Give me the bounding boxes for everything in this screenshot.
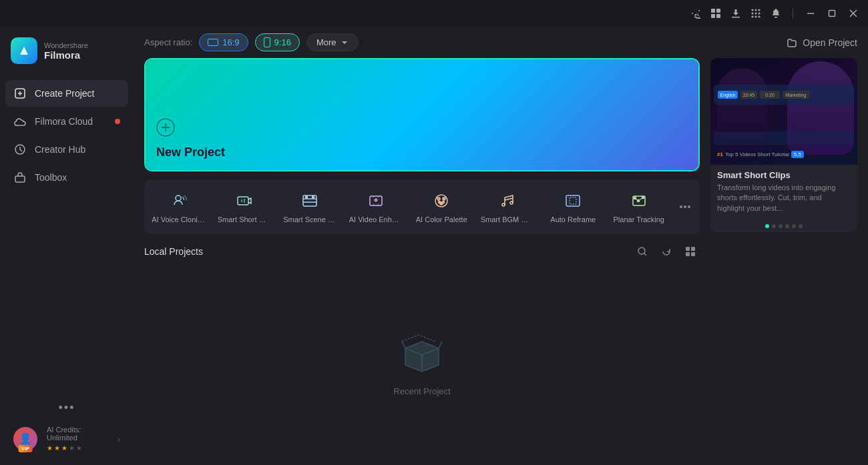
- svg-point-39: [680, 205, 682, 208]
- promo-ui-tag3: 0:20: [760, 91, 780, 99]
- promo-ui-bar: English 20:45 0:20 Marketing: [714, 85, 854, 105]
- svg-point-23: [312, 196, 314, 198]
- main-layout: Wondershare Filmora Create Project Filmo…: [0, 27, 868, 465]
- folder-icon: [787, 37, 797, 48]
- planar-tracking-label: Planar Tracking: [614, 215, 664, 223]
- smart-bgm-gen-label: Smart BGM Ge...: [481, 215, 534, 223]
- local-projects-title: Local Projects: [144, 246, 203, 257]
- empty-state: Recent Project: [144, 266, 700, 454]
- app-name: Filmora: [44, 49, 88, 61]
- sidebar-bottom: ••• 👤 VIP AI Credits: Unlimited ★ ★ ★ ★ …: [0, 388, 134, 465]
- notification-icon[interactable]: [770, 7, 782, 19]
- minimize-button[interactable]: [804, 7, 817, 20]
- sidebar-item-creator-hub[interactable]: Creator Hub: [5, 136, 128, 163]
- 16-9-icon: [208, 39, 218, 46]
- content-area: Aspect ratio: 16:9 9:16 More Open Projec…: [134, 27, 868, 465]
- svg-point-38: [642, 197, 644, 199]
- smart-short-clips-icon: [234, 190, 255, 211]
- promo-dot-2[interactable]: [772, 224, 776, 228]
- svg-point-32: [510, 201, 513, 204]
- aspect-9-16-button[interactable]: 9:16: [255, 33, 300, 51]
- star-4: ★: [69, 444, 75, 452]
- auto-reframe-tool[interactable]: Auto Reframe: [541, 185, 605, 229]
- empty-box-icon: [395, 325, 449, 378]
- new-project-plus-icon: [156, 118, 688, 141]
- logo-text: Wondershare Filmora: [44, 41, 88, 61]
- more-options-button[interactable]: •••: [5, 396, 128, 420]
- promo-dot-5[interactable]: [792, 224, 796, 228]
- promo-dot-1[interactable]: [765, 224, 769, 228]
- smart-scene-cut-icon: [299, 190, 320, 211]
- sidebar-item-toolbox[interactable]: Toolbox: [5, 164, 128, 191]
- new-project-gradient: New Project: [146, 59, 698, 170]
- ai-video-enhance-icon: [365, 190, 387, 211]
- grid-view-button[interactable]: [681, 242, 700, 261]
- right-panel: New English 20:45 0:20 Marketing: [710, 58, 857, 454]
- promo-ui-tag2: 20:45: [740, 91, 757, 99]
- ai-color-palette-tool[interactable]: AI Color Palette: [410, 185, 473, 229]
- promo-rank-display: #1 Top 5 Videos Short Tutorial 5.5: [717, 151, 804, 158]
- create-project-icon: [13, 87, 27, 100]
- top-bar: Aspect ratio: 16:9 9:16 More Open Projec…: [134, 27, 868, 58]
- star-3: ★: [61, 444, 67, 452]
- more-dots: •••: [59, 401, 75, 415]
- ai-credits-label: AI Credits: Unlimited: [47, 426, 112, 442]
- svg-rect-1: [716, 9, 720, 13]
- smart-scene-cut-label: Smart Scene Cut: [283, 215, 337, 223]
- promo-dot-3[interactable]: [779, 224, 783, 228]
- ai-video-enhance-label: AI Video Enhan...: [349, 215, 403, 223]
- close-button[interactable]: [847, 7, 860, 20]
- user-area[interactable]: 👤 VIP AI Credits: Unlimited ★ ★ ★ ★ ★ ›: [5, 420, 128, 457]
- refresh-projects-button[interactable]: [657, 242, 676, 261]
- filmora-cloud-icon: [13, 115, 27, 128]
- svg-point-36: [634, 197, 636, 199]
- ai-tools-more-button[interactable]: [673, 195, 697, 219]
- sidebar-item-filmora-cloud[interactable]: Filmora Cloud: [5, 108, 128, 135]
- svg-rect-43: [686, 247, 690, 251]
- promo-dot-4[interactable]: [785, 224, 789, 228]
- svg-rect-2: [711, 14, 715, 18]
- empty-state-label: Recent Project: [393, 386, 450, 396]
- svg-point-7: [752, 13, 754, 15]
- svg-point-8: [755, 13, 757, 15]
- user-avatar-wrap: 👤 VIP: [13, 427, 37, 451]
- smart-bgm-gen-tool[interactable]: Smart BGM Ge...: [476, 185, 539, 229]
- local-projects-header: Local Projects: [144, 242, 700, 261]
- svg-point-4: [752, 9, 754, 11]
- app-logo: Wondershare Filmora: [0, 27, 134, 75]
- creator-hub-icon: [13, 143, 27, 156]
- svg-point-10: [752, 16, 754, 18]
- svg-rect-46: [691, 252, 695, 256]
- svg-rect-17: [15, 176, 25, 182]
- aspect-16-9-button[interactable]: 16:9: [199, 33, 248, 51]
- grid-icon[interactable]: [710, 7, 722, 19]
- planar-tracking-tool[interactable]: Planar Tracking: [608, 185, 671, 229]
- ai-tools-row: AI Voice Cloning Smart Short Cli... Smar…: [144, 179, 700, 234]
- ai-voice-cloning-icon: [168, 190, 189, 211]
- planar-tracking-icon: [628, 190, 650, 211]
- ai-voice-cloning-tool[interactable]: AI Voice Cloning: [147, 185, 210, 229]
- sidebar-item-create-project[interactable]: Create Project: [5, 80, 128, 107]
- promo-dot-6[interactable]: [799, 224, 803, 228]
- open-project-button[interactable]: Open Project: [787, 37, 857, 48]
- star-1: ★: [47, 444, 53, 452]
- logo-icon: [11, 37, 37, 64]
- ai-video-enhance-tool[interactable]: AI Video Enhan...: [345, 185, 408, 229]
- svg-rect-44: [691, 247, 695, 251]
- new-project-card[interactable]: New Project: [144, 58, 700, 171]
- star-5: ★: [76, 444, 82, 452]
- smart-scene-cut-tool[interactable]: Smart Scene Cut: [278, 185, 342, 229]
- svg-point-30: [443, 201, 445, 203]
- maximize-button[interactable]: [825, 7, 839, 20]
- apps-icon[interactable]: [750, 7, 762, 19]
- share-icon[interactable]: [690, 7, 702, 19]
- local-projects-actions: [633, 242, 700, 261]
- download-icon[interactable]: [730, 7, 742, 19]
- more-aspect-button[interactable]: More: [306, 33, 359, 51]
- 9-16-label: 9:16: [274, 37, 291, 47]
- smart-short-clips-tool[interactable]: Smart Short Cli...: [213, 185, 276, 229]
- promo-title: Smart Short Clips: [710, 165, 857, 183]
- search-projects-button[interactable]: [633, 242, 652, 261]
- svg-rect-13: [807, 13, 814, 15]
- smart-bgm-gen-icon: [497, 190, 518, 211]
